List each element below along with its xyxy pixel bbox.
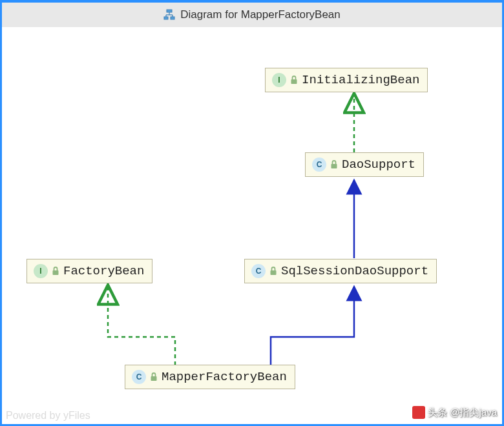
interface-badge-icon: I	[34, 264, 48, 278]
node-label: InitializingBean	[302, 73, 419, 87]
svg-rect-1	[164, 17, 168, 19]
svg-rect-9	[291, 79, 297, 84]
title-bar: Diagram for MapperFactoryBean	[2, 3, 502, 27]
svg-rect-2	[171, 17, 174, 19]
class-badge-icon: C	[251, 264, 266, 278]
svg-rect-12	[271, 270, 277, 275]
node-sql-session-dao-support[interactable]: C SqlSessionDaoSupport	[244, 259, 437, 283]
lock-icon	[269, 267, 277, 276]
node-label: FactoryBean	[63, 264, 144, 278]
node-mapper-factory-bean[interactable]: C MapperFactoryBean	[125, 365, 295, 389]
node-factory-bean[interactable]: I FactoryBean	[26, 259, 152, 283]
node-label: SqlSessionDaoSupport	[281, 264, 428, 278]
lock-icon	[290, 76, 298, 85]
credit-text: 头条 @指尖java	[412, 406, 497, 419]
page-title: Diagram for MapperFactoryBean	[180, 8, 341, 21]
node-label: MapperFactoryBean	[162, 370, 287, 384]
diagram-icon	[163, 9, 175, 21]
svg-rect-13	[151, 376, 157, 381]
node-label: DaoSupport	[342, 157, 415, 172]
watermark-text: Powered by yFiles	[6, 410, 90, 421]
class-badge-icon: C	[312, 157, 326, 172]
node-dao-support[interactable]: C DaoSupport	[305, 152, 424, 177]
diagram-canvas[interactable]: I InitializingBean C DaoSupport I Factor…	[2, 27, 502, 424]
credit-label: 头条 @指尖java	[428, 407, 497, 419]
svg-rect-10	[331, 164, 337, 168]
svg-rect-0	[167, 10, 172, 12]
lock-icon	[150, 372, 158, 381]
lock-icon	[52, 267, 59, 276]
svg-rect-11	[53, 270, 59, 275]
class-badge-icon: C	[132, 370, 146, 384]
credit-icon	[412, 406, 425, 419]
node-initializing-bean[interactable]: I InitializingBean	[265, 68, 428, 92]
interface-badge-icon: I	[272, 73, 286, 87]
lock-icon	[330, 160, 338, 169]
